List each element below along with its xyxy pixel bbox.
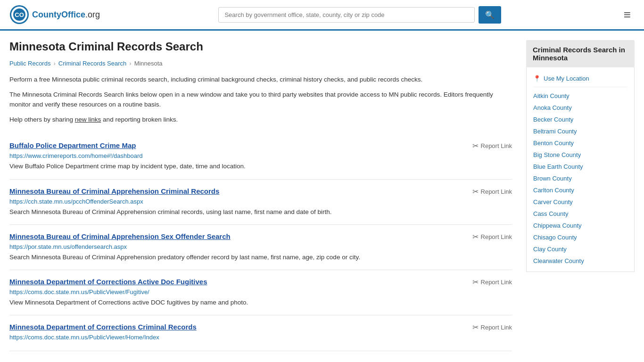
- county-link-3[interactable]: Beltrami County: [533, 128, 577, 135]
- county-link-6[interactable]: Blue Earth County: [533, 163, 583, 170]
- result-item: Minnesota Bureau of Criminal Apprehensio…: [9, 180, 512, 225]
- county-link-9[interactable]: Carver County: [533, 198, 573, 206]
- county-link-8[interactable]: Carlton County: [533, 187, 574, 194]
- menu-button[interactable]: ≡: [620, 6, 635, 24]
- result-title-1[interactable]: Minnesota Bureau of Criminal Apprehensio…: [9, 187, 219, 195]
- breadcrumb-link-2[interactable]: Criminal Records Search: [58, 60, 127, 67]
- county-link-4[interactable]: Benton County: [533, 140, 574, 147]
- result-url-4[interactable]: https://coms.doc.state.mn.us/PublicViewe…: [9, 334, 512, 341]
- sidebar: Criminal Records Search in Minnesota 📍 U…: [526, 40, 635, 351]
- sidebar-county-item: Clay County: [533, 243, 627, 255]
- sidebar-content: 📍 Use My Location Aitkin CountyAnoka Cou…: [526, 67, 635, 272]
- county-link-11[interactable]: Chippewa County: [533, 222, 582, 229]
- location-pin-icon: 📍: [533, 75, 541, 82]
- scissors-icon-3: ✂: [472, 278, 479, 287]
- result-item: Minnesota Department of Corrections Acti…: [9, 270, 512, 315]
- breadcrumb-sep-2: ›: [129, 60, 131, 67]
- county-list: Aitkin CountyAnoka CountyBecker CountyBe…: [533, 90, 627, 267]
- result-desc-2: Search Minnesota Bureau of Criminal Appr…: [9, 253, 512, 262]
- use-my-location-button[interactable]: 📍 Use My Location: [533, 72, 627, 87]
- breadcrumb-link-1[interactable]: Public Records: [9, 60, 50, 67]
- result-item: Minnesota Bureau of Criminal Apprehensio…: [9, 225, 512, 270]
- result-title-4[interactable]: Minnesota Department of Corrections Crim…: [9, 323, 197, 331]
- intro-text3: Help others by sharing new links and rep…: [9, 115, 512, 125]
- county-link-12[interactable]: Chisago County: [533, 234, 577, 241]
- sidebar-county-item: Carlton County: [533, 184, 627, 196]
- sidebar-county-item: Aitkin County: [533, 90, 627, 102]
- intro-text2: The Minnesota Criminal Records Search li…: [9, 90, 512, 110]
- scissors-icon-1: ✂: [472, 187, 479, 196]
- intro-text: Perform a free Minnesota public criminal…: [9, 74, 512, 85]
- result-desc-3: View Minnesota Department of Corrections…: [9, 298, 512, 307]
- result-item: Minnesota Department of Corrections Crim…: [9, 315, 512, 351]
- result-title-0[interactable]: Buffalo Police Department Crime Map: [9, 141, 136, 149]
- sidebar-county-item: Anoka County: [533, 102, 627, 114]
- search-area: 🔍: [218, 6, 501, 24]
- sidebar-county-item: Becker County: [533, 114, 627, 125]
- content-area: Minnesota Criminal Records Search Public…: [9, 40, 512, 351]
- intro-suffix: and reporting broken links.: [101, 116, 178, 123]
- sidebar-county-item: Big Stone County: [533, 149, 627, 161]
- county-link-10[interactable]: Cass County: [533, 210, 568, 217]
- report-link-1[interactable]: ✂ Report Link: [472, 187, 512, 196]
- report-link-4[interactable]: ✂ Report Link: [472, 323, 512, 332]
- page-title: Minnesota Criminal Records Search: [9, 40, 512, 53]
- report-link-2[interactable]: ✂ Report Link: [472, 232, 512, 241]
- header-right: ≡: [620, 6, 635, 24]
- search-button[interactable]: 🔍: [479, 6, 501, 24]
- county-link-13[interactable]: Clay County: [533, 246, 567, 253]
- results-list: Buffalo Police Department Crime Map ✂ Re…: [9, 134, 512, 351]
- county-link-7[interactable]: Brown County: [533, 175, 572, 182]
- result-title-2[interactable]: Minnesota Bureau of Criminal Apprehensio…: [9, 232, 231, 240]
- search-input[interactable]: [218, 7, 475, 23]
- result-url-2[interactable]: https://por.state.mn.us/offendersearch.a…: [9, 243, 512, 250]
- scissors-icon-2: ✂: [472, 232, 479, 241]
- county-link-1[interactable]: Anoka County: [533, 104, 572, 111]
- use-location-label: Use My Location: [544, 75, 589, 82]
- logo-area: CO CountyOffice.org: [9, 5, 100, 25]
- result-item: Buffalo Police Department Crime Map ✂ Re…: [9, 134, 512, 179]
- sidebar-county-item: Brown County: [533, 173, 627, 184]
- county-link-5[interactable]: Big Stone County: [533, 151, 581, 158]
- breadcrumb: Public Records › Criminal Records Search…: [9, 60, 512, 67]
- sidebar-county-item: Cass County: [533, 208, 627, 220]
- result-url-3[interactable]: https://coms.doc.state.mn.us/PublicViewe…: [9, 288, 512, 296]
- sidebar-county-item: Chippewa County: [533, 220, 627, 231]
- result-title-3[interactable]: Minnesota Department of Corrections Acti…: [9, 278, 207, 286]
- logo-text: CountyOffice.org: [32, 10, 100, 20]
- svg-text:CO: CO: [15, 11, 24, 18]
- sidebar-county-item: Carver County: [533, 196, 627, 208]
- sidebar-county-item: Clearwater County: [533, 255, 627, 267]
- report-link-3[interactable]: ✂ Report Link: [472, 278, 512, 287]
- result-url-0[interactable]: https://www.crimereports.com/home#!/dash…: [9, 152, 512, 159]
- sidebar-county-item: Blue Earth County: [533, 161, 627, 173]
- sidebar-county-item: Benton County: [533, 137, 627, 149]
- breadcrumb-sep-1: ›: [53, 60, 55, 67]
- logo-brand: CountyOffice: [32, 10, 85, 19]
- report-link-0[interactable]: ✂ Report Link: [472, 141, 512, 150]
- logo-suffix: .org: [85, 10, 100, 19]
- county-link-0[interactable]: Aitkin County: [533, 92, 570, 99]
- intro-prefix: Help others by sharing: [9, 116, 75, 123]
- county-link-2[interactable]: Becker County: [533, 116, 573, 123]
- result-url-1[interactable]: https://cch.state.mn.us/pcchOffenderSear…: [9, 198, 512, 205]
- new-links-link[interactable]: new links: [75, 116, 101, 123]
- sidebar-county-item: Chisago County: [533, 231, 627, 243]
- scissors-icon-4: ✂: [472, 323, 479, 332]
- sidebar-county-item: Beltrami County: [533, 125, 627, 137]
- result-desc-0: View Buffalo Police Department crime map…: [9, 162, 512, 171]
- breadcrumb-current: Minnesota: [134, 60, 163, 67]
- county-link-14[interactable]: Clearwater County: [533, 257, 584, 264]
- sidebar-header: Criminal Records Search in Minnesota: [526, 40, 635, 67]
- scissors-icon-0: ✂: [472, 141, 479, 150]
- logo-icon: CO: [9, 5, 29, 25]
- result-desc-1: Search Minnesota Bureau of Criminal Appr…: [9, 207, 512, 217]
